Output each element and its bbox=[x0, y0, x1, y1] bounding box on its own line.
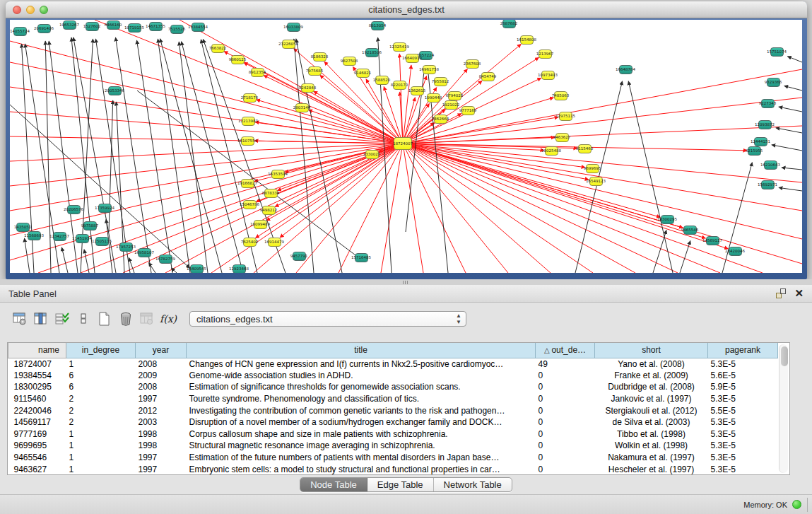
graph-hub-node[interactable]: 18724007 bbox=[394, 137, 412, 150]
graph-node[interactable]: 8878334 bbox=[264, 189, 278, 198]
table-cell[interactable]: 5.3E-5 bbox=[708, 428, 778, 440]
graph-node[interactable]: 16648784 bbox=[619, 65, 632, 74]
table-cell[interactable]: Genome-wide association studies in ADHD. bbox=[187, 370, 536, 382]
graph-node[interactable]: 8454749 bbox=[481, 72, 495, 81]
graph-node[interactable]: 2687682 bbox=[502, 20, 516, 28]
table-cell[interactable]: 0 bbox=[536, 428, 595, 440]
graph-node[interactable]: 14671355 bbox=[149, 22, 163, 31]
graph-node[interactable]: 15692971 bbox=[761, 180, 775, 189]
graph-node[interactable]: 16782759 bbox=[159, 255, 172, 264]
column-header-name[interactable]: name bbox=[8, 343, 66, 358]
graph-node[interactable]: 8220170 bbox=[393, 81, 406, 90]
column-chooser-icon[interactable] bbox=[31, 310, 51, 327]
graph-node[interactable]: 10653267 bbox=[63, 21, 76, 30]
scrollbar-thumb[interactable] bbox=[781, 346, 788, 366]
table-cell[interactable]: 2 bbox=[66, 393, 136, 405]
table-cell[interactable]: Stergiakouli et al. (2012) bbox=[595, 404, 708, 416]
graph-node[interactable]: 16549123 bbox=[589, 177, 603, 186]
graph-node[interactable]: 15046786 bbox=[243, 200, 257, 209]
table-cell[interactable]: Tibbo et al. (1998) bbox=[595, 428, 708, 440]
splitter-handle-icon[interactable] bbox=[403, 281, 409, 284]
table-cell[interactable]: 0 bbox=[536, 440, 595, 452]
table-cell[interactable]: Nakamura et al. (1997) bbox=[595, 452, 708, 464]
table-cell[interactable]: 2 bbox=[66, 404, 136, 416]
graph-node[interactable]: 12923468 bbox=[233, 264, 246, 274]
table-cell[interactable]: 9777169 bbox=[8, 428, 66, 440]
table-row[interactable]: 911546021997Tourette syndrome. Phenomeno… bbox=[8, 393, 778, 405]
rows-icon[interactable] bbox=[73, 310, 93, 327]
graph-node[interactable]: 1990448 bbox=[427, 93, 440, 103]
graph-node[interactable]: 16409545 bbox=[190, 264, 204, 274]
table-settings-icon[interactable] bbox=[10, 310, 30, 327]
graph-node[interactable]: 7515526 bbox=[170, 25, 184, 34]
graph-node[interactable]: 9329366 bbox=[767, 78, 780, 87]
column-header-title[interactable]: title bbox=[187, 343, 536, 358]
table-cell[interactable]: 6 bbox=[66, 370, 136, 382]
table-cell[interactable]: 6 bbox=[66, 381, 136, 393]
table-row[interactable]: 946554611997Estimation of the future num… bbox=[8, 452, 778, 464]
graph-node[interactable]: 16958107 bbox=[138, 248, 151, 257]
column-header-pagerank[interactable]: pagerank bbox=[708, 343, 778, 358]
table-cell[interactable]: 9115460 bbox=[8, 393, 66, 405]
graph-node[interactable]: 18300295 bbox=[661, 215, 674, 224]
table-cell[interactable]: 5.3E-5 bbox=[708, 452, 778, 464]
graph-node[interactable]: 22420046 bbox=[729, 247, 742, 256]
table-cell[interactable]: 5.5E-5 bbox=[708, 404, 778, 416]
table-cell[interactable]: 1997 bbox=[136, 393, 187, 405]
table-cell[interactable]: 9699695 bbox=[8, 440, 66, 452]
graph-node[interactable]: 1213967 bbox=[539, 49, 552, 59]
table-cell[interactable]: 0 bbox=[536, 452, 595, 464]
graph-node[interactable]: 8912354 bbox=[251, 68, 264, 77]
table-cell[interactable]: 2012 bbox=[136, 404, 187, 416]
column-header-year[interactable]: year bbox=[136, 343, 187, 358]
graph-node[interactable]: 7955812 bbox=[434, 77, 447, 86]
graph-node[interactable]: 8813054 bbox=[371, 21, 384, 30]
graph-node[interactable]: 9860125 bbox=[231, 55, 245, 64]
table-cell[interactable]: 0 bbox=[536, 393, 595, 405]
memory-status-icon[interactable] bbox=[792, 500, 801, 509]
table-cell[interactable]: 1998 bbox=[136, 440, 187, 452]
graph-node[interactable]: 12213983 bbox=[242, 117, 255, 126]
graph-node[interactable]: 12325419 bbox=[393, 42, 406, 52]
graph-node[interactable]: 17957253 bbox=[119, 243, 133, 252]
graph-node[interactable]: 12342757 bbox=[53, 232, 66, 241]
graph-node[interactable]: 16033809 bbox=[287, 23, 300, 32]
table-cell[interactable]: 1 bbox=[66, 428, 136, 440]
table-vertical-scrollbar[interactable] bbox=[779, 344, 788, 473]
graph-node[interactable]: 9463627 bbox=[555, 133, 569, 142]
graph-node[interactable]: 10025488 bbox=[545, 146, 558, 156]
graph-node[interactable]: 9465546 bbox=[683, 226, 697, 235]
graph-node[interactable]: 20691406 bbox=[37, 24, 51, 33]
table-cell[interactable]: 1997 bbox=[136, 463, 187, 475]
tab-edge-table[interactable]: Edge Table bbox=[367, 478, 434, 491]
graph-node[interactable]: 16210643 bbox=[764, 160, 777, 170]
table-cell[interactable]: 1 bbox=[66, 452, 136, 464]
graph-node[interactable]: 7485063 bbox=[554, 91, 567, 100]
graph-node[interactable]: 19384554 bbox=[192, 23, 205, 32]
table-cell[interactable]: Corpus callosum shape and size in male p… bbox=[187, 428, 536, 440]
graph-node[interactable]: 16914479 bbox=[268, 238, 281, 247]
graph-node[interactable]: 20206576 bbox=[67, 205, 81, 214]
graph-node[interactable]: 19218506 bbox=[365, 48, 379, 57]
graph-node[interactable]: 12975115 bbox=[559, 112, 572, 121]
graph-node[interactable]: 2330027 bbox=[365, 150, 379, 159]
graph-node[interactable]: 7625402 bbox=[243, 238, 257, 247]
column-header-short[interactable]: short bbox=[595, 343, 708, 358]
graph-node[interactable]: 20053346 bbox=[108, 86, 122, 95]
table-cell[interactable]: 22420046 bbox=[8, 404, 66, 416]
table-cell[interactable]: Yano et al. (2008) bbox=[595, 358, 708, 370]
graph-node[interactable]: 7975685 bbox=[308, 66, 322, 76]
table-cell[interactable]: Wolkin et al. (1998) bbox=[595, 440, 708, 452]
float-panel-icon[interactable] bbox=[776, 288, 786, 298]
graph-node[interactable]: 16961758 bbox=[423, 65, 436, 74]
table-cell[interactable]: 1 bbox=[66, 463, 136, 475]
graph-node[interactable]: 12093872 bbox=[758, 120, 772, 129]
graph-node[interactable]: 16154808 bbox=[520, 35, 534, 45]
table-cell[interactable]: Estimation of significance thresholds fo… bbox=[187, 381, 536, 393]
table-header-row[interactable]: namein_degreeyeartitle△ out_de…shortpage… bbox=[8, 343, 778, 358]
graph-node[interactable]: 12444151 bbox=[754, 137, 767, 146]
table-row[interactable]: 977716911998Corpus callosum shape and si… bbox=[8, 428, 778, 440]
graph-node[interactable]: 11451934 bbox=[76, 234, 89, 243]
table-cell[interactable]: 1 bbox=[66, 440, 136, 452]
panel-splitter[interactable] bbox=[0, 279, 812, 285]
